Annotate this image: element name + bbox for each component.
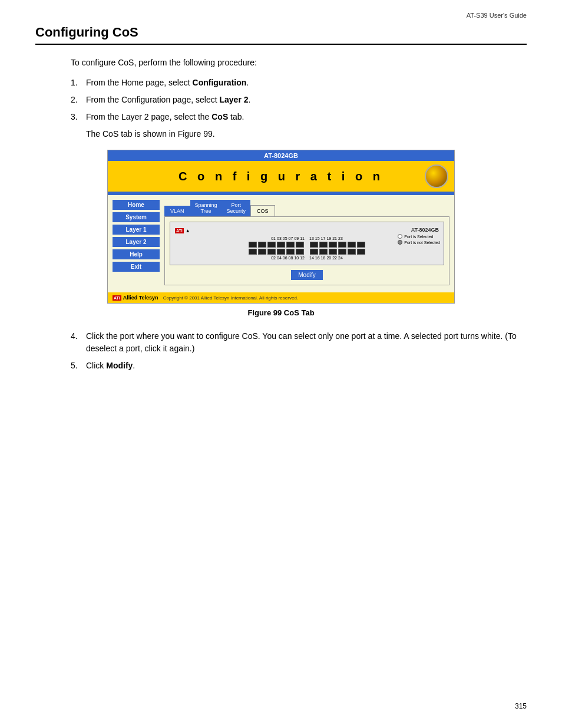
sc-tab-port-security[interactable]: PortSecurity [222, 200, 251, 216]
step-3: 3. From the Layer 2 page, select the CoS… [71, 111, 527, 123]
sc-footer-logo-area: ATI Allied Telesyn [113, 295, 158, 301]
step-3-sub-text: The CoS tab is shown in Figure 99. [86, 128, 527, 140]
screenshot-figure: AT-8024GB C o n f i g u r a t i o n Home… [107, 150, 455, 304]
sc-switch-model: AT-8024GB [411, 227, 439, 233]
step-4-num: 4. [71, 330, 86, 355]
steps-list: 1. From the Home page, select Configurat… [71, 77, 527, 140]
sc-port-08[interactable] [277, 249, 285, 255]
step-1-text: From the Home page, select Configuration… [86, 77, 527, 89]
sc-port-15[interactable] [319, 242, 328, 248]
step-1: 1. From the Home page, select Configurat… [71, 77, 527, 89]
sc-port-06[interactable] [267, 249, 276, 255]
sc-port-12[interactable] [296, 249, 304, 255]
guide-title: AT-S39 User's Guide [467, 12, 527, 19]
sc-port-18[interactable] [329, 249, 337, 255]
sc-modify-button[interactable]: Modify [291, 270, 322, 280]
sc-title-text: C o n f i g u r a t i o n [137, 170, 425, 183]
step-2-text: From the Configuration page, select Laye… [86, 94, 527, 106]
sc-port-07[interactable] [277, 242, 285, 248]
sc-port-17[interactable] [329, 242, 337, 248]
sc-legend: Port is Selected Port is not Selected [398, 234, 440, 246]
step-5-num: 5. [71, 360, 86, 372]
sc-port-10[interactable] [286, 249, 295, 255]
guide-header: AT-S39 User's Guide [35, 12, 527, 19]
sc-port-nums-bottom: 02 04 06 08 10 12 14 16 18 20 22 24 [175, 256, 439, 260]
sc-port-13[interactable] [310, 242, 318, 248]
step-5: 5. Click Modify. [71, 360, 527, 372]
sc-globe-icon [425, 164, 448, 188]
sc-legend-not-selected: Port is not Selected [398, 240, 440, 245]
sc-tabs-row: VLAN SpanningTree PortSecurity COS [164, 200, 449, 216]
sc-tab-vlan[interactable]: VLAN [164, 206, 190, 216]
steps-after-figure: 4. Click the port where you want to conf… [71, 330, 527, 372]
sc-switch-panel: ATI ▲ AT-8024GB 01 03 05 07 09 11 13 [170, 222, 444, 265]
sc-content-area: ATI ▲ AT-8024GB 01 03 05 07 09 11 13 [164, 216, 449, 285]
sc-legend-not-selected-dot [398, 240, 402, 245]
sc-port-21[interactable] [348, 242, 356, 248]
sc-footer: ATI Allied Telesyn Copyright © 2001 Alli… [108, 292, 454, 303]
sc-ati-logo: ATI ▲ [175, 228, 190, 233]
sc-title-bar: C o n f i g u r a t i o n [108, 161, 454, 192]
sc-ports-bottom-row [175, 249, 439, 255]
sc-body: Home System Layer 1 Layer 2 Help Exit VL… [108, 195, 454, 290]
sc-port-01[interactable] [249, 242, 257, 248]
sc-btn-layer1[interactable]: Layer 1 [113, 225, 160, 235]
sc-port-09[interactable] [286, 242, 295, 248]
sc-port-24[interactable] [357, 249, 365, 255]
sc-port-11[interactable] [296, 242, 304, 248]
step-5-text: Click Modify. [86, 360, 527, 372]
sc-port-22[interactable] [348, 249, 356, 255]
sc-port-05[interactable] [267, 242, 276, 248]
sc-legend-not-selected-text: Port is not Selected [404, 241, 440, 245]
page-title: Configuring CoS [35, 25, 527, 45]
sc-port-03[interactable] [258, 242, 266, 248]
sc-btn-exit[interactable]: Exit [113, 262, 160, 272]
sc-ati-text: ▲ [186, 228, 190, 233]
sc-footer-copyright: Copyright © 2001 Allied Telesyn Internat… [163, 295, 298, 301]
figure-caption: Figure 99 CoS Tab [35, 308, 527, 317]
step-1-num: 1. [71, 77, 86, 89]
sc-btn-layer2[interactable]: Layer 2 [113, 237, 160, 247]
sc-port-16[interactable] [319, 249, 328, 255]
sc-port-19[interactable] [338, 242, 346, 248]
figure-caption-main: CoS Tab [284, 308, 315, 317]
sc-footer-logo-box: ATI [113, 295, 121, 301]
sc-btn-home[interactable]: Home [113, 200, 160, 210]
sc-device-label: AT-8024GB [108, 150, 454, 161]
sc-legend-selected: Port is Selected [398, 234, 440, 239]
sc-port-14[interactable] [310, 249, 318, 255]
sc-ati-logo-box: ATI [175, 228, 184, 233]
figure-label: Figure 99 [247, 308, 282, 317]
sc-sidebar: Home System Layer 1 Layer 2 Help Exit [113, 200, 160, 285]
step-4: 4. Click the port where you want to conf… [71, 330, 527, 355]
page-number: 315 [515, 702, 527, 710]
sc-port-02[interactable] [249, 249, 257, 255]
step-2-num: 2. [71, 94, 86, 106]
sc-tab-cos[interactable]: COS [250, 205, 275, 216]
sc-legend-selected-text: Port is Selected [404, 235, 433, 239]
sc-port-04[interactable] [258, 249, 266, 255]
step-3-num: 3. [71, 111, 86, 123]
step-2: 2. From the Configuration page, select L… [71, 94, 527, 106]
sc-port-23[interactable] [357, 242, 365, 248]
step-3-sub: The CoS tab is shown in Figure 99. [86, 128, 527, 140]
sc-btn-system[interactable]: System [113, 212, 160, 222]
intro-text: To configure CoS, perform the following … [71, 58, 527, 67]
sc-main-area: VLAN SpanningTree PortSecurity COS ATI ▲… [164, 200, 449, 285]
sc-tab-spanning[interactable]: SpanningTree [190, 200, 222, 216]
step-4-text: Click the port where you want to configu… [86, 330, 527, 355]
sc-btn-help[interactable]: Help [113, 249, 160, 259]
sc-port-20[interactable] [338, 249, 346, 255]
sc-legend-selected-dot [398, 234, 402, 239]
sc-footer-logo-text: Allied Telesyn [123, 295, 158, 301]
step-3-text: From the Layer 2 page, select the CoS ta… [86, 111, 527, 123]
